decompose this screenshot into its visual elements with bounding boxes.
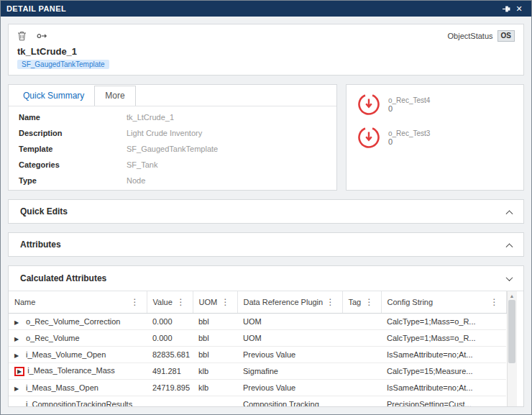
attribute-uom: bbl — [193, 313, 237, 329]
panel-titlebar: DETAIL PANEL ✕ — [1, 1, 531, 17]
column-header-config: Config String — [387, 298, 434, 306]
expand-icon[interactable]: ▶ — [14, 386, 22, 392]
table-row[interactable]: ▶i_CompositionTrackingResults Compositio… — [9, 396, 506, 406]
summary-fields: Name tk_LtCrude_1 Description Light Crud… — [9, 106, 336, 188]
attribute-uom: klb — [193, 379, 237, 396]
gauge-value: 0 — [388, 104, 430, 113]
gauge-dial-icon — [355, 91, 382, 118]
gauge-o-rec-test4[interactable]: o_Rec_Test4 0 — [355, 91, 515, 118]
attribute-plugin: Sigmafine — [237, 362, 342, 379]
table-row-highlighted[interactable]: ▶i_Meas_Tolerance_Mass 491.281 klb Sigma… — [9, 362, 506, 379]
gauge-o-rec-test3[interactable]: o_Rec_Test3 0 — [355, 124, 515, 151]
summary-row: Quick Summary More Name tk_LtCrude_1 Des… — [8, 84, 524, 191]
template-tag[interactable]: SF_GaugedTankTemplate — [17, 60, 109, 69]
attribute-tag — [342, 362, 381, 379]
summary-field-name: Name tk_LtCrude_1 — [19, 109, 326, 125]
object-status-badge: OS — [497, 30, 515, 42]
attributes-table-zone: Name⋮ Value⋮ UOM⋮ Data Reference Plugin⋮… — [9, 291, 523, 406]
chevron-up-icon[interactable] — [506, 243, 513, 250]
section-label: Quick Edits — [20, 206, 68, 216]
field-value: Node — [127, 176, 145, 185]
column-menu-icon[interactable]: ⋮ — [325, 297, 336, 307]
calculated-attributes-header[interactable]: Calculated Attributes — [9, 266, 523, 291]
column-menu-icon[interactable]: ⋮ — [220, 297, 231, 307]
table-row[interactable]: ▶o_Rec_Volume 0.000 bbl UOM CalcType=1;M… — [9, 329, 506, 346]
expand-icon[interactable]: ▶ — [14, 352, 22, 359]
pin-icon[interactable] — [500, 2, 513, 15]
summary-field-categories: Categories SF_Tank — [19, 157, 326, 173]
attribute-uom — [193, 396, 237, 406]
gauges-card: o_Rec_Test4 0 o_Rec_Test3 0 — [346, 84, 524, 191]
attribute-value: 82835.681 — [147, 346, 193, 362]
attribute-config: IsSameAttribute=no;At... — [381, 346, 506, 362]
summary-tabs: Quick Summary More — [9, 85, 336, 106]
chevron-down-icon[interactable] — [506, 274, 513, 281]
attribute-tag — [342, 329, 381, 346]
expand-icon-highlighted[interactable]: ▶ — [14, 367, 24, 376]
table-scrollbar[interactable]: ▲ — [507, 291, 517, 406]
column-header-tag: Tag — [349, 298, 362, 306]
column-header-value: Value — [153, 298, 173, 306]
attribute-tag — [342, 313, 381, 329]
attribute-name: i_Meas_Mass_Open — [26, 383, 98, 392]
expand-icon[interactable]: ▶ — [14, 336, 22, 342]
attribute-plugin: UOM — [237, 313, 342, 329]
attribute-value: 0.000 — [147, 313, 193, 329]
object-status-label: ObjectStatus — [448, 32, 493, 40]
expand-icon[interactable]: ▶ — [14, 319, 22, 326]
scroll-up-icon[interactable]: ▲ — [510, 291, 515, 300]
attribute-uom: bbl — [193, 329, 237, 346]
scrollbar-thumb[interactable] — [508, 300, 515, 363]
field-label: Template — [19, 145, 127, 153]
attribute-value: 0.000 — [147, 329, 193, 346]
table-header-row: Name⋮ Value⋮ UOM⋮ Data Reference Plugin⋮… — [9, 291, 506, 313]
table-row[interactable]: ▶i_Meas_Volume_Open 82835.681 bbl Previo… — [9, 346, 506, 362]
section-calculated-attributes: Calculated Attributes Name⋮ Value⋮ UOM⋮ … — [8, 265, 524, 407]
field-value: tk_LtCrude_1 — [127, 113, 174, 122]
tab-more[interactable]: More — [94, 86, 135, 106]
attribute-tag — [342, 346, 381, 362]
field-label: Name — [19, 113, 127, 122]
table-row[interactable]: ▶o_Rec_Volume_Correction 0.000 bbl UOM C… — [9, 313, 506, 329]
close-icon[interactable]: ✕ — [513, 2, 526, 15]
column-menu-icon[interactable]: ⋮ — [175, 297, 187, 307]
column-header-plugin: Data Reference Plugin — [244, 298, 324, 306]
attribute-name: o_Rec_Volume_Correction — [26, 317, 120, 326]
gauge-name: o_Rec_Test4 — [388, 96, 430, 104]
attribute-plugin: UOM — [237, 329, 342, 346]
quick-summary-card: Quick Summary More Name tk_LtCrude_1 Des… — [8, 84, 337, 191]
field-value: SF_GaugedTankTemplate — [127, 145, 218, 153]
related-objects-icon[interactable] — [37, 32, 49, 40]
object-title: tk_LtCrude_1 — [17, 46, 515, 57]
attribute-config: CalcType=15;Measure... — [381, 362, 506, 379]
table-row[interactable]: ▶i_Meas_Mass_Open 24719.895 klb Previous… — [9, 379, 506, 396]
gauge-value: 0 — [388, 137, 430, 146]
object-header-card: ObjectStatus OS tk_LtCrude_1 SF_GaugedTa… — [8, 24, 524, 76]
field-value: Light Crude Inventory — [127, 129, 202, 137]
column-header-name: Name — [14, 298, 35, 306]
attribute-plugin: Composition Tracking — [237, 396, 342, 406]
chevron-up-icon[interactable] — [506, 210, 513, 217]
attribute-tag — [342, 396, 381, 406]
section-attributes[interactable]: Attributes — [8, 232, 524, 257]
attribute-uom: bbl — [193, 346, 237, 362]
section-quick-edits[interactable]: Quick Edits — [8, 199, 524, 224]
delete-icon[interactable] — [17, 31, 27, 41]
column-menu-icon[interactable]: ⋮ — [129, 297, 141, 307]
field-label: Categories — [19, 160, 127, 169]
attribute-config: IsSameAttribute=no;At... — [381, 379, 506, 396]
attribute-name: i_CompositionTrackingResults — [26, 400, 132, 407]
section-label: Calculated Attributes — [20, 273, 106, 283]
detail-panel: DETAIL PANEL ✕ ObjectStatus OS — [0, 0, 532, 415]
field-value: SF_Tank — [127, 160, 157, 169]
field-label: Type — [19, 176, 127, 185]
attribute-plugin: Previous Value — [237, 346, 342, 362]
attribute-tag — [342, 379, 381, 396]
column-menu-icon[interactable]: ⋮ — [489, 297, 500, 307]
attribute-name: i_Meas_Volume_Open — [26, 350, 106, 359]
attribute-config: CalcType=1;Mass=o_R... — [381, 329, 506, 346]
column-menu-icon[interactable]: ⋮ — [364, 297, 375, 307]
attributes-table: Name⋮ Value⋮ UOM⋮ Data Reference Plugin⋮… — [9, 291, 507, 406]
attribute-plugin: Previous Value — [237, 379, 342, 396]
tab-quick-summary[interactable]: Quick Summary — [13, 86, 94, 106]
